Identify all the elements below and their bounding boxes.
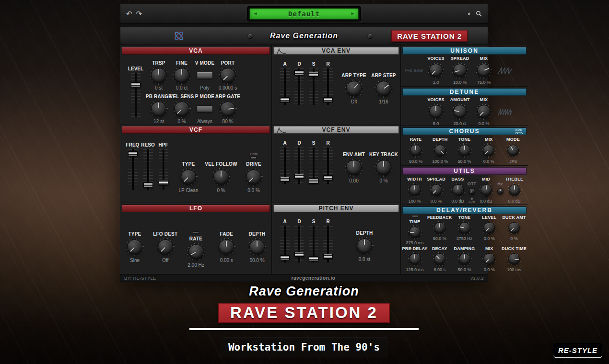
- knob-body[interactable]: [509, 184, 520, 196]
- knob-dial[interactable]: [156, 238, 175, 256]
- delay-feedback-knob[interactable]: FEEDBACK50.0 %: [428, 215, 451, 245]
- preset-prev-icon[interactable]: ◄: [253, 11, 258, 16]
- toggle-pill-icon[interactable]: [412, 215, 418, 217]
- vca-env-decay-fader[interactable]: D: [292, 61, 306, 105]
- knob-body[interactable]: [127, 239, 142, 255]
- vcf-env-sustain-fader[interactable]: S: [306, 140, 321, 184]
- fader-handle[interactable]: [323, 97, 333, 102]
- undo-icon[interactable]: ↶: [126, 10, 132, 17]
- knob-body[interactable]: [459, 145, 470, 156]
- knob-dial[interactable]: [481, 143, 496, 158]
- fine-knob[interactable]: FINE0.0 ct: [170, 60, 193, 91]
- unison-mix-knob[interactable]: MIX75.0 %: [472, 56, 496, 85]
- knob-dial[interactable]: [433, 252, 447, 266]
- fader-track[interactable]: [323, 68, 333, 105]
- arp-step-knob[interactable]: ARP STEP1/16: [369, 73, 398, 104]
- knob-dial[interactable]: [375, 80, 393, 98]
- knob-body[interactable]: [246, 170, 261, 185]
- vel-sens-knob[interactable]: VEL SENS0 %: [170, 94, 193, 124]
- fader-track[interactable]: [294, 226, 304, 262]
- knob-body[interactable]: [174, 68, 189, 83]
- knob-body[interactable]: [507, 145, 519, 156]
- chorus-mode-knob[interactable]: MODEJP8: [502, 137, 524, 164]
- knob-dial[interactable]: [408, 225, 422, 239]
- knob-dial[interactable]: [507, 221, 521, 235]
- knob-body[interactable]: [409, 253, 421, 265]
- knob-dial[interactable]: [150, 67, 168, 85]
- knob-dial[interactable]: [482, 252, 496, 266]
- knob-body[interactable]: [376, 160, 391, 175]
- knob-dial[interactable]: [457, 221, 472, 235]
- fader-track[interactable]: [280, 226, 290, 262]
- fader-handle[interactable]: [323, 254, 333, 259]
- knob-dial[interactable]: [451, 183, 465, 197]
- knob-dial[interactable]: [173, 100, 191, 118]
- delay-tone-knob[interactable]: TONE3750 Hz: [453, 215, 476, 245]
- knob-body[interactable]: [434, 253, 445, 265]
- chorus-tone-knob[interactable]: TONE50.0 %: [454, 137, 476, 164]
- vca-env-attack-fader[interactable]: A: [278, 61, 292, 105]
- pitch-env-sustain-fader[interactable]: S: [306, 219, 321, 262]
- detune-mix-knob[interactable]: MIX0.0 %: [472, 97, 496, 126]
- knob-dial[interactable]: [217, 238, 235, 256]
- arp-gate-knob[interactable]: ARP GATE80 %: [216, 94, 239, 124]
- vca-env-sustain-fader[interactable]: S: [306, 61, 321, 105]
- delay-time-knob[interactable]: TIME375.0 ms: [403, 215, 426, 245]
- knob-body[interactable]: [409, 184, 421, 196]
- knob-body[interactable]: [357, 239, 372, 254]
- knob-body[interactable]: [219, 239, 234, 255]
- sub-toggle[interactable]: SUB: [468, 198, 475, 203]
- knob-body[interactable]: [158, 239, 173, 255]
- knob-dial[interactable]: [428, 103, 444, 120]
- knob-dial[interactable]: [507, 252, 521, 266]
- knob-dial[interactable]: [375, 159, 393, 177]
- fader-handle[interactable]: [280, 255, 290, 260]
- knob-body[interactable]: [477, 105, 491, 118]
- hpf-fader[interactable]: HPF: [156, 142, 171, 193]
- trsp-knob[interactable]: TRSP0 st: [147, 60, 170, 91]
- knob-dial[interactable]: [126, 238, 144, 256]
- knob-body[interactable]: [434, 145, 446, 156]
- knob-dial[interactable]: [345, 80, 363, 98]
- knob-body[interactable]: [459, 253, 470, 265]
- reverb-mix-knob[interactable]: MIX0.0 %: [478, 246, 501, 272]
- fader-track[interactable]: [309, 226, 318, 262]
- knob-dial[interactable]: [150, 100, 168, 118]
- treble-knob[interactable]: TREBLE0.0 dB: [504, 177, 525, 204]
- fader-handle[interactable]: [143, 182, 153, 187]
- knob-dial[interactable]: [408, 183, 422, 197]
- knob-dial[interactable]: [212, 168, 230, 186]
- fader-track[interactable]: [280, 148, 290, 184]
- knob-dial[interactable]: [497, 188, 504, 195]
- toggle-pill-icon[interactable]: [250, 157, 257, 159]
- fader-track[interactable]: [294, 148, 304, 184]
- detune-voices-knob[interactable]: VOICES5.0: [424, 97, 448, 126]
- pitch-env-decay-fader[interactable]: D: [292, 219, 306, 262]
- width-knob[interactable]: WIDTH100 %: [404, 177, 425, 204]
- chorus-mix-knob[interactable]: MIX0.0 %: [478, 137, 500, 164]
- knob-dial[interactable]: [506, 143, 520, 158]
- knob-body[interactable]: [508, 222, 520, 234]
- knob-dial[interactable]: [482, 221, 496, 235]
- reso-fader[interactable]: RESO: [141, 142, 155, 193]
- knob-body[interactable]: [220, 102, 235, 117]
- preset-next-icon[interactable]: ►: [351, 11, 355, 16]
- knob-body[interactable]: [213, 170, 229, 185]
- knob-dial[interactable]: [179, 168, 198, 186]
- knob-dial[interactable]: [408, 252, 422, 266]
- knob-body[interactable]: [459, 222, 470, 234]
- lfo-fade-knob[interactable]: FADE0.00 s: [215, 231, 238, 268]
- fader-track[interactable]: [280, 68, 290, 105]
- knob-body[interactable]: [429, 105, 443, 118]
- lfo-rate-knob[interactable]: RATE2.00 Hz: [185, 231, 208, 268]
- detune-amount-knob[interactable]: AMOUNT20.0 ct: [448, 97, 472, 126]
- knob-dial[interactable]: [355, 237, 374, 255]
- fader-track[interactable]: [309, 148, 318, 184]
- knob-dial[interactable]: [476, 103, 492, 120]
- chorus-rate-knob[interactable]: RATE50.0 %: [405, 137, 427, 164]
- knob-dial[interactable]: [345, 159, 363, 177]
- fader-handle[interactable]: [309, 72, 318, 77]
- knob-dial[interactable]: [468, 188, 476, 195]
- stereo-spread-knob[interactable]: SPREAD0.0 %: [425, 177, 447, 204]
- lfo-depth-knob[interactable]: DEPTH50.0 %: [246, 231, 269, 268]
